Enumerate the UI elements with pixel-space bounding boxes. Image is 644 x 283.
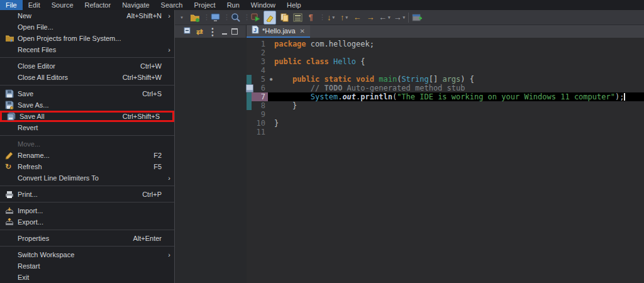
menu-item-properties[interactable]: PropertiesAlt+Enter xyxy=(0,233,174,244)
next-annotation-icon[interactable]: ↓▾ xyxy=(326,12,336,23)
menu-item-convert-line-delimiters[interactable]: Convert Line Delimiters To› xyxy=(0,172,174,184)
menu-item-close-all-editors[interactable]: Close All EditorsCtrl+Shift+W xyxy=(0,72,174,83)
rename-icon xyxy=(5,152,18,160)
submenu-chevron-icon: › xyxy=(164,12,170,19)
gutter-range-marker xyxy=(247,40,252,48)
minimize-view-icon[interactable] xyxy=(222,33,227,35)
next-edit-location-icon[interactable]: → xyxy=(365,12,375,23)
monitor-icon[interactable] xyxy=(210,12,220,23)
line-number: 4 xyxy=(252,66,268,75)
tab-hello-java[interactable]: J *Hello.java ✕ xyxy=(247,25,310,38)
menu-separator xyxy=(0,230,174,230)
code-line[interactable]: 5● public static void main(String[] args… xyxy=(247,75,644,84)
code-token: public xyxy=(292,75,319,84)
line-number: 10 xyxy=(252,119,268,128)
menu-edit[interactable]: Edit xyxy=(23,0,46,10)
show-whitespace-icon[interactable]: ¶ xyxy=(306,12,316,23)
tab-label: *Hello.java xyxy=(262,27,296,35)
code-token: ) { xyxy=(460,75,474,84)
menu-item-open-file[interactable]: Open File... xyxy=(0,21,174,33)
code-token xyxy=(329,57,333,66)
submenu-chevron-icon: › xyxy=(164,251,170,258)
open-perspective-icon[interactable] xyxy=(412,12,423,23)
open-folder-icon[interactable] xyxy=(190,12,200,23)
menu-item-exit[interactable]: Exit xyxy=(0,272,174,283)
menu-item-rename[interactable]: Rename...F2 xyxy=(0,150,174,161)
code-line[interactable]: 9 xyxy=(247,110,644,119)
gutter-range-marker xyxy=(247,66,252,75)
code-line[interactable]: 11 xyxy=(247,128,644,136)
code-token: // xyxy=(311,84,325,92)
menu-item-restart[interactable]: Restart xyxy=(0,260,174,272)
menu-item-switch-workspace[interactable]: Switch Workspace› xyxy=(0,249,174,260)
mark-occurrences-icon[interactable] xyxy=(264,11,276,25)
forward-icon[interactable]: →▾ xyxy=(394,12,406,23)
toolbar-handle-icon: ⋮ xyxy=(203,13,207,21)
menu-item-import[interactable]: Import... xyxy=(0,205,174,216)
gutter-annotation-slot xyxy=(268,57,274,66)
code-area[interactable]: 1package com.hellogeek;23public class He… xyxy=(247,38,644,283)
link-with-editor-icon[interactable]: ⇄ xyxy=(196,27,203,36)
code-text: public static void main(String[] args) { xyxy=(274,75,644,84)
menu-project[interactable]: Project xyxy=(188,0,221,10)
code-token: System xyxy=(311,92,338,101)
menu-item-save-as[interactable]: Save As... xyxy=(0,99,174,111)
code-line[interactable]: 6 // TODO Auto-generated method stub xyxy=(247,84,644,92)
code-line[interactable]: 1package com.hellogeek; xyxy=(247,40,644,48)
menu-item-save-all[interactable]: Save AllCtrl+Shift+S xyxy=(0,111,174,122)
menu-help[interactable]: Help xyxy=(281,0,307,10)
code-line[interactable]: 3public class Hello { xyxy=(247,57,644,66)
code-line[interactable]: 7 System.out.println("The IDE is working… xyxy=(247,92,644,101)
menu-item-export[interactable]: Export... xyxy=(0,216,174,228)
previous-edit-location-icon[interactable]: ← xyxy=(352,12,362,23)
code-line[interactable]: 8 } xyxy=(247,101,644,110)
menu-item-save[interactable]: SaveCtrl+S xyxy=(0,88,174,99)
copy-pages-icon[interactable] xyxy=(279,12,289,23)
line-number: 1 xyxy=(252,40,268,48)
code-token: Auto-generated method stub xyxy=(342,84,465,92)
refresh-icon: ↻ xyxy=(5,162,18,171)
menu-item-recent-files[interactable]: Recent Files› xyxy=(0,44,174,55)
external-tools-icon[interactable] xyxy=(250,12,260,23)
outline-list-icon[interactable] xyxy=(292,12,303,23)
gutter-annotation-slot xyxy=(268,110,274,119)
menu-window[interactable]: Window xyxy=(245,0,281,10)
menu-source[interactable]: Source xyxy=(46,0,79,10)
code-token: package xyxy=(274,40,306,48)
toolbar-overflow-chevron-icon[interactable]: ▾ xyxy=(177,12,187,23)
gutter-range-marker xyxy=(247,119,252,128)
menu-item-print[interactable]: Print...Ctrl+P xyxy=(0,189,174,200)
gutter-range-marker xyxy=(247,92,252,101)
code-line[interactable]: 10} xyxy=(247,119,644,128)
menu-item-revert[interactable]: Revert xyxy=(0,122,174,133)
gutter-range-marker xyxy=(247,101,252,110)
back-icon[interactable]: ←▾ xyxy=(379,12,391,23)
editor-tabstrip: J *Hello.java ✕ xyxy=(247,25,644,38)
menu-file[interactable]: File xyxy=(0,0,23,10)
menu-item-close-editor[interactable]: Close EditorCtrl+W xyxy=(0,60,174,72)
menu-item-refresh[interactable]: ↻RefreshF5 xyxy=(0,161,174,172)
gutter-range-marker xyxy=(247,48,252,57)
menu-navigate[interactable]: Navigate xyxy=(116,0,155,10)
menu-refactor[interactable]: Refactor xyxy=(79,0,117,10)
code-token: String xyxy=(401,75,428,84)
package-explorer-area[interactable] xyxy=(175,38,247,283)
tab-close-icon[interactable]: ✕ xyxy=(300,28,305,35)
menu-item-open-projects[interactable]: Open Projects from File System... xyxy=(0,33,174,44)
code-line[interactable]: 4 xyxy=(247,66,644,75)
search-icon[interactable] xyxy=(230,12,240,23)
menu-separator xyxy=(0,246,174,247)
view-menu-icon[interactable]: ⋮ xyxy=(208,26,218,38)
maximize-view-icon[interactable] xyxy=(231,28,238,35)
menu-item-new[interactable]: NewAlt+Shift+N› xyxy=(0,10,174,21)
line-number: 11 xyxy=(252,128,268,136)
menu-run[interactable]: Run xyxy=(221,0,245,10)
code-line[interactable]: 2 xyxy=(247,48,644,57)
collapse-all-icon[interactable] xyxy=(184,26,192,37)
code-text: // TODO Auto-generated method stub xyxy=(274,84,644,92)
code-token: args xyxy=(442,75,460,84)
code-token xyxy=(274,84,311,92)
gutter-annotation-slot xyxy=(268,48,274,57)
previous-annotation-icon[interactable]: ↑▾ xyxy=(339,12,349,23)
menu-search[interactable]: Search xyxy=(155,0,189,10)
